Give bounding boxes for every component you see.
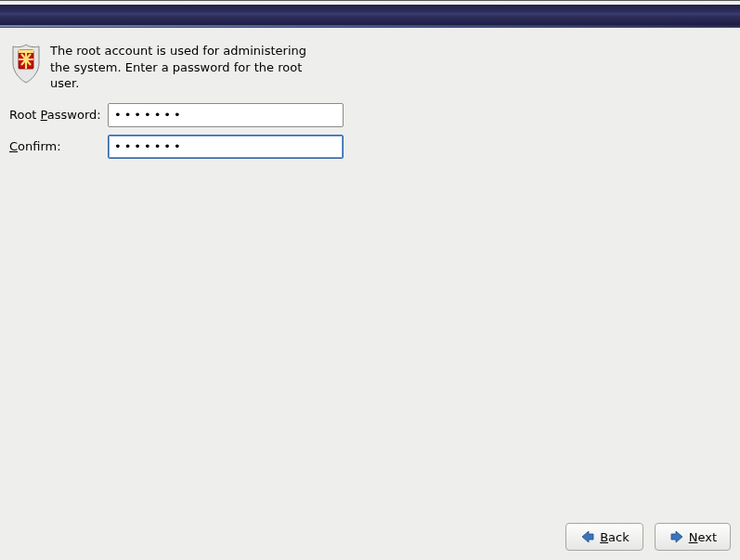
svg-rect-1 xyxy=(19,50,33,53)
footer-buttons: Back Next xyxy=(565,523,731,551)
next-button-label: Next xyxy=(689,530,717,544)
next-button[interactable]: Next xyxy=(655,523,731,551)
back-button[interactable]: Back xyxy=(565,523,643,551)
confirm-password-input[interactable] xyxy=(108,135,344,159)
intro-row: The root account is used for administeri… xyxy=(9,43,731,92)
content-area: The root account is used for administeri… xyxy=(9,43,731,159)
header-band xyxy=(0,0,740,28)
arrow-right-icon xyxy=(669,528,685,545)
shield-root-icon xyxy=(9,43,43,84)
intro-text: The root account is used for administeri… xyxy=(50,43,319,92)
confirm-password-label: Confirm: xyxy=(9,139,108,153)
root-password-input[interactable] xyxy=(108,103,344,127)
back-button-label: Back xyxy=(600,530,630,544)
arrow-left-icon xyxy=(579,528,596,545)
form-grid: Root Password: Confirm: xyxy=(9,103,731,159)
root-password-label: Root Password: xyxy=(9,108,108,122)
